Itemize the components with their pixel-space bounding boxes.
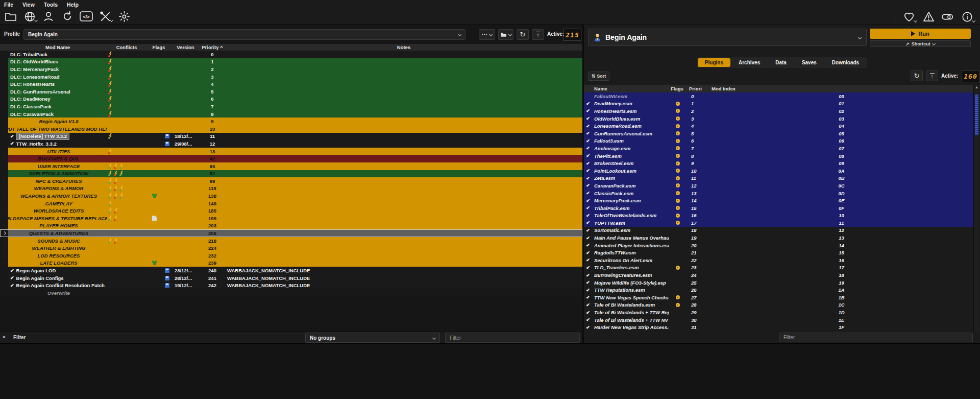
plugin-checkbox[interactable]: ✔ xyxy=(584,295,592,300)
plugin-checkbox[interactable]: ✔ xyxy=(584,236,592,241)
mod-checkbox[interactable]: ✔ xyxy=(10,141,14,146)
plugin-row[interactable]: ✔ LonesomeRoad.esm 4 04 xyxy=(584,122,973,130)
expander-arrow[interactable] xyxy=(0,110,8,118)
groups-select[interactable]: No groups xyxy=(305,333,440,343)
expander-arrow[interactable] xyxy=(0,96,8,103)
expander-arrow[interactable] xyxy=(0,274,8,282)
tab-downloads[interactable]: Downloads xyxy=(825,58,866,67)
expander-arrow[interactable] xyxy=(0,133,8,140)
mod-row[interactable]: PUT TALE OF TWO WASTELANDS MOD HERE 10 xyxy=(0,125,582,133)
mod-row[interactable]: Begin Again V1.0 9 xyxy=(0,118,582,125)
plugin-checkbox[interactable]: ✔ xyxy=(584,325,592,330)
shortcut-button[interactable]: ↗ Shortcut xyxy=(870,40,971,47)
expander-arrow[interactable] xyxy=(0,51,8,58)
mod-row[interactable]: USER INTERFACE 65 xyxy=(0,162,582,170)
mod-row[interactable]: SOUNDS & MUSIC 218 xyxy=(0,237,582,245)
refresh-icon[interactable] xyxy=(61,10,74,22)
tab-saves[interactable]: Saves xyxy=(795,58,824,67)
expander-arrow[interactable] xyxy=(0,237,8,245)
mod-filter-input[interactable]: Filter xyxy=(445,333,580,343)
col-plugin-priority[interactable]: Priori xyxy=(687,86,709,91)
refresh-list-button[interactable]: ↻ xyxy=(517,29,529,40)
sort-button[interactable]: ⇅ Sort xyxy=(588,72,609,81)
profile-icon[interactable] xyxy=(42,10,55,22)
endorse-heart-icon[interactable] xyxy=(902,11,916,23)
mod-row[interactable]: GAMEPLAY 149 xyxy=(0,200,582,207)
expander-arrow[interactable] xyxy=(0,148,8,155)
globe-icon[interactable] xyxy=(23,10,36,22)
expander-arrow[interactable] xyxy=(0,200,8,207)
plugin-row[interactable]: ✔ Fallout3.esm 6 06 xyxy=(584,137,973,145)
plugin-checkbox[interactable]: ✔ xyxy=(584,168,592,173)
mod-checkbox[interactable]: ✔ xyxy=(10,283,14,288)
plugin-row[interactable]: ✔ Zeta.esm 11 0B xyxy=(584,175,973,182)
menu-tools[interactable]: Tools xyxy=(44,2,58,8)
export-plugins-button[interactable]: ↑ xyxy=(926,71,938,81)
refresh-plugins-button[interactable]: ↻ xyxy=(911,71,923,81)
mod-row[interactable]: UTILITIES 13 xyxy=(0,148,582,155)
plugin-row[interactable]: ✔ OldWorldBlues.esm 3 03 xyxy=(584,115,973,123)
plugin-row[interactable]: ✔ Tale of Bi Wastelands + TTW NV Speech … xyxy=(584,316,973,324)
mod-row[interactable]: PLAYER HOMES 203 xyxy=(0,222,582,230)
plugin-checkbox[interactable]: ✔ xyxy=(584,101,592,106)
menu-view[interactable]: View xyxy=(22,2,35,8)
mod-row[interactable]: ✔Begin Again Conflict Resolution Patch 1… xyxy=(0,281,582,289)
mod-row[interactable]: LOD RESOURCES 232 xyxy=(0,252,582,260)
plugin-checkbox[interactable]: ✔ xyxy=(584,131,592,136)
plugin-row[interactable]: FalloutNV.esm 0 00 xyxy=(584,92,973,100)
plugin-row[interactable]: ✔ ClassicPack.esm 13 0D xyxy=(584,190,973,197)
plugin-row[interactable]: ✔ Anchorage.esm 7 07 xyxy=(584,145,973,152)
mod-row[interactable]: WEAPONS & ARMOR TEXTURES 138 xyxy=(0,192,582,200)
tab-plugins[interactable]: Plugins xyxy=(698,58,730,67)
expander-arrow[interactable] xyxy=(0,177,8,185)
mod-row[interactable]: ✔[NoDelete] TTW 3.3.2 18/12/... 11 xyxy=(0,133,582,140)
plugin-checkbox[interactable]: ✔ xyxy=(584,146,592,151)
expander-arrow[interactable] xyxy=(0,88,8,96)
profile-select[interactable]: Begin Again xyxy=(23,29,465,40)
mod-row[interactable]: DLC: MercenaryPack 2 xyxy=(0,65,582,73)
more-options-button[interactable]: ⋯ xyxy=(479,29,495,40)
mod-checkbox[interactable]: ✔ xyxy=(10,134,14,139)
mod-row[interactable]: DLC: ClassicPack 7 xyxy=(0,103,582,110)
mod-row[interactable]: WEAPONS & ARMOR 119 xyxy=(0,185,582,193)
warning-icon[interactable] xyxy=(922,11,935,23)
plugin-checkbox[interactable]: ✔ xyxy=(584,124,592,129)
folder-icon[interactable] xyxy=(4,10,17,22)
expander-arrow[interactable] xyxy=(0,103,8,110)
mod-row[interactable]: ✔Begin Again Configs 28/12/... 241 WABBA… xyxy=(0,274,582,282)
plugin-row[interactable]: ✔ TLD_Travelers.esm 23 17 xyxy=(584,264,973,272)
plugin-row[interactable]: ✔ GunRunnersArsenal.esm 5 05 xyxy=(584,130,973,137)
plugin-checkbox[interactable]: ✔ xyxy=(584,176,592,181)
col-priority[interactable]: Priority ^ xyxy=(200,44,225,50)
plugin-checkbox[interactable]: ✔ xyxy=(584,257,592,263)
plugin-row[interactable]: ✔ MercenaryPack.esm 14 0E xyxy=(584,197,973,204)
expander-arrow[interactable] xyxy=(0,125,8,133)
plugin-checkbox[interactable]: ✔ xyxy=(584,280,592,285)
tag-icon[interactable] xyxy=(941,11,954,23)
tools-icon[interactable] xyxy=(99,10,112,22)
mod-row[interactable]: DLC: OldWorldBlues 1 xyxy=(0,58,582,66)
info-icon[interactable] xyxy=(961,11,974,23)
plugin-row[interactable]: ✔ BurrowingCreatures.esm 24 18 xyxy=(584,271,973,279)
code-icon[interactable]: </> xyxy=(80,10,93,22)
plugin-checkbox[interactable]: ✔ xyxy=(584,250,592,255)
mod-row[interactable]: ✔Begin Again LOD 23/12/... 240 WABBAJACK… xyxy=(0,267,582,274)
col-version[interactable]: Version xyxy=(172,44,200,50)
plugin-row[interactable]: ✔ HonestHearts.esm 2 02 xyxy=(584,107,973,115)
plugin-scrollbar[interactable]: ▲ xyxy=(973,85,979,332)
plugin-row[interactable]: ✔ Main And Pause Menus Overhaul.esm 19 1… xyxy=(584,234,973,242)
mod-row[interactable]: DLC: LonesomeRoad 3 xyxy=(0,73,582,81)
expander-arrow[interactable] xyxy=(0,185,8,193)
mod-row[interactable]: WORLDSPACE EDITS 185 xyxy=(0,207,582,215)
plugin-row[interactable]: ✔ Sortomatic.esm 18 12 xyxy=(584,227,973,234)
plugin-checkbox[interactable]: ✔ xyxy=(584,108,592,113)
scrollbar-thumb[interactable] xyxy=(975,95,978,135)
col-notes[interactable]: Notes xyxy=(225,44,582,50)
plugin-checkbox[interactable]: ✔ xyxy=(584,273,592,278)
mod-row[interactable]: DLC: DeadMoney 6 xyxy=(0,96,582,103)
plugin-row[interactable]: ✔ TribalPack.esm 15 0F xyxy=(584,204,973,212)
expander-arrow[interactable] xyxy=(0,155,8,162)
plugin-row[interactable]: ✔ Tale of Bi Wastelands.esm 28 1C xyxy=(584,301,973,309)
plugin-checkbox[interactable]: ✔ xyxy=(584,243,592,248)
expander-arrow[interactable] xyxy=(0,267,8,274)
